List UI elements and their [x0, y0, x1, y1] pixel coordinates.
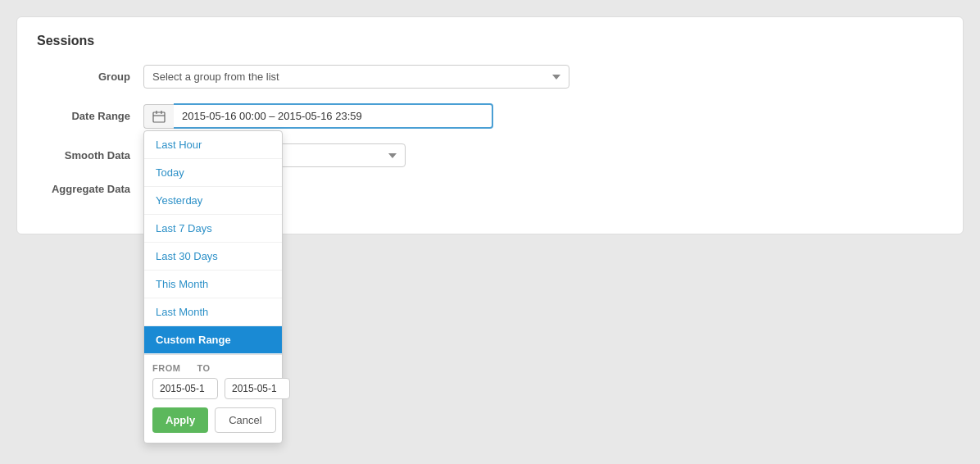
date-range-label: Date Range [37, 110, 143, 122]
to-label: TO [197, 363, 210, 373]
dropdown-item-this-month[interactable]: This Month [144, 271, 282, 298]
from-date-input[interactable] [152, 378, 218, 399]
card-title: Sessions [37, 34, 943, 48]
aggregate-label: Aggregate Data [37, 183, 143, 195]
group-select[interactable]: Select a group from the list [143, 65, 569, 89]
date-range-row: Date Range Last Hour Today Yesterday [37, 103, 943, 129]
smooth-data-label: Smooth Data [37, 149, 143, 161]
dropdown-item-yesterday[interactable]: Yesterday [144, 187, 282, 215]
calendar-button[interactable] [143, 104, 174, 129]
custom-range-buttons: Apply Cancel [152, 407, 274, 433]
dropdown-item-last-month[interactable]: Last Month [144, 298, 282, 326]
dropdown-item-custom-range[interactable]: Custom Range [144, 326, 282, 354]
dropdown-item-last-hour[interactable]: Last Hour [144, 131, 282, 159]
group-label: Group [37, 71, 143, 83]
svg-rect-0 [153, 112, 165, 122]
custom-range-inputs [152, 378, 274, 399]
dropdown-item-today[interactable]: Today [144, 159, 282, 187]
group-row: Group Select a group from the list [37, 65, 943, 89]
calendar-icon [152, 110, 166, 123]
custom-range-section: FROM TO Apply Cancel [144, 354, 282, 443]
dropdown-item-last-7-days[interactable]: Last 7 Days [144, 215, 282, 243]
page-wrapper: Sessions Group Select a group from the l… [16, 16, 964, 234]
custom-range-labels: FROM TO [152, 363, 274, 373]
apply-button[interactable]: Apply [152, 407, 208, 433]
sessions-card: Sessions Group Select a group from the l… [16, 16, 964, 234]
dropdown-item-last-30-days[interactable]: Last 30 Days [144, 243, 282, 271]
group-control: Select a group from the list [143, 65, 569, 89]
date-range-dropdown: Last Hour Today Yesterday Last 7 Days La… [143, 130, 283, 444]
from-label: FROM [152, 363, 180, 373]
date-range-control: Last Hour Today Yesterday Last 7 Days La… [143, 103, 493, 129]
cancel-button[interactable]: Cancel [215, 407, 275, 433]
date-range-input[interactable] [174, 103, 493, 129]
to-date-input[interactable] [225, 378, 290, 399]
